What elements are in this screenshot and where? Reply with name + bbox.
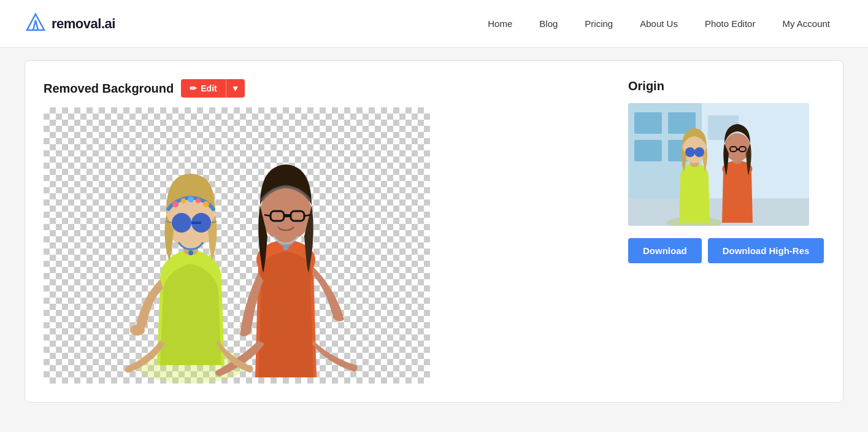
svg-point-36: [694, 147, 704, 157]
panel-header: Removed Background ✏ Edit ▼: [44, 79, 591, 98]
origin-image-container: [628, 103, 809, 226]
svg-rect-19: [284, 214, 291, 217]
women-svg: [44, 107, 430, 384]
chevron-down-icon: ▼: [231, 83, 240, 93]
download-button[interactable]: Download: [628, 238, 702, 263]
origin-image-svg: [628, 103, 809, 226]
removed-background-title: Removed Background: [44, 82, 174, 96]
download-highres-button[interactable]: Download High-Res: [708, 238, 824, 263]
content-card: Removed Background ✏ Edit ▼: [25, 60, 843, 403]
cutout-image: [44, 107, 430, 384]
nav-photo-editor[interactable]: Photo Editor: [691, 14, 769, 34]
edit-button-label: Edit: [201, 83, 217, 93]
svg-point-9: [172, 201, 179, 207]
edit-dropdown-button[interactable]: ▼: [226, 79, 245, 98]
logo-icon: [25, 12, 47, 36]
edit-button-group: ✏ Edit ▼: [181, 79, 244, 98]
svg-rect-26: [634, 140, 662, 161]
svg-point-10: [181, 198, 186, 203]
main-nav: Home Blog Pricing About Us Photo Editor …: [474, 14, 843, 34]
header: removal.ai Home Blog Pricing About Us Ph…: [0, 0, 868, 48]
svg-rect-6: [191, 222, 201, 224]
svg-point-14: [188, 250, 193, 255]
pencil-icon: ✏: [190, 83, 197, 93]
nav-my-account[interactable]: My Account: [769, 14, 843, 34]
nav-home[interactable]: Home: [474, 14, 526, 34]
svg-rect-41: [737, 148, 739, 150]
logo[interactable]: removal.ai: [25, 12, 115, 36]
edit-button[interactable]: ✏ Edit: [181, 79, 225, 98]
svg-point-13: [203, 201, 209, 207]
logo-text: removal.ai: [52, 16, 115, 32]
svg-point-4: [172, 213, 191, 233]
nav-about-us[interactable]: About Us: [626, 14, 691, 34]
left-panel: Removed Background ✏ Edit ▼: [44, 79, 591, 384]
svg-point-35: [685, 147, 695, 157]
svg-point-11: [188, 196, 194, 202]
right-panel: Origin: [628, 79, 824, 384]
svg-point-22: [283, 244, 289, 250]
svg-point-1: [130, 325, 145, 336]
svg-point-12: [196, 198, 201, 203]
download-buttons: Download Download High-Res: [628, 238, 824, 263]
nav-pricing[interactable]: Pricing: [571, 14, 626, 34]
origin-title: Origin: [628, 79, 824, 93]
removed-background-image: [44, 107, 430, 384]
svg-rect-25: [634, 112, 662, 134]
nav-blog[interactable]: Blog: [526, 14, 571, 34]
main-content: Removed Background ✏ Edit ▼: [0, 48, 868, 415]
